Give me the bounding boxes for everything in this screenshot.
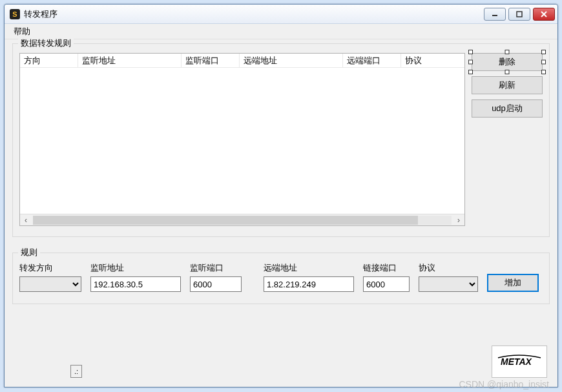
select-protocol[interactable] [419,276,478,292]
input-conn-port[interactable] [363,276,410,292]
delete-button[interactable]: 删除 [472,53,543,71]
field-protocol: 协议 [419,262,478,292]
maximize-button[interactable] [508,8,530,21]
scroll-left-icon[interactable]: ‹ [20,214,32,226]
title-bar: S 转发程序 [5,5,557,24]
label-listen-port: 监听端口 [190,262,242,274]
label-listen-addr: 监听地址 [90,262,181,274]
window-title: 转发程序 [24,8,484,20]
scroll-right-icon[interactable]: › [453,214,464,226]
svg-rect-1 [517,12,522,17]
col-remote-port[interactable]: 远端端口 [343,54,401,67]
col-remote-addr[interactable]: 远端地址 [240,54,343,67]
label-remote-addr: 远端地址 [264,262,354,274]
menu-bar: 帮助 [5,24,557,39]
field-listen-port: 监听端口 [190,262,242,292]
udp-start-button[interactable]: udp启动 [472,99,543,118]
col-listen-port[interactable]: 监听端口 [182,54,240,67]
input-listen-addr[interactable] [90,276,181,292]
app-icon: S [10,9,20,19]
form-group-title: 规则 [18,247,40,258]
input-remote-addr[interactable] [264,276,354,292]
horizontal-scrollbar[interactable]: ‹ › [20,214,464,225]
window-controls [484,8,555,21]
table-body[interactable] [20,68,464,214]
add-button[interactable]: 增加 [487,274,539,292]
field-listen-addr: 监听地址 [90,262,181,292]
field-remote-addr: 远端地址 [264,262,354,292]
col-direction[interactable]: 方向 [20,54,78,67]
metax-logo-icon: METAX [495,354,543,369]
field-direction: 转发方向 [19,262,81,292]
col-protocol[interactable]: 协议 [401,54,464,67]
input-listen-port[interactable] [190,276,242,292]
logo-box: METAX [492,346,547,378]
table-header: 方向 监听地址 监听端口 远端地址 远端端口 协议 [20,54,464,68]
rules-group-title: 数据转发规则 [18,37,74,49]
refresh-button[interactable]: 刷新 [472,76,543,94]
scroll-track[interactable] [33,216,452,225]
bottom-area: .: METAX [12,346,550,378]
form-groupbox: 规则 转发方向 监听地址 监听端口 远端地址 [12,253,550,304]
svg-text:METAX: METAX [501,356,533,367]
content-area: 数据转发规则 方向 监听地址 监听端口 远端地址 远端端口 协议 ‹ › [5,39,557,387]
field-conn-port: 链接端口 [363,262,410,292]
tiny-indicator[interactable]: .: [70,365,82,378]
close-button[interactable] [533,8,555,21]
rules-table: 方向 监听地址 监听端口 远端地址 远端端口 协议 ‹ › [19,53,465,226]
col-listen-addr[interactable]: 监听地址 [78,54,182,67]
side-buttons: 删除 刷新 udp启动 [472,53,543,230]
form-row: 转发方向 监听地址 监听端口 远端地址 链接端口 [19,262,543,292]
minimize-button[interactable] [484,8,506,21]
app-window: S 转发程序 帮助 数据转发规则 方向 监听地址 监听端口 [4,4,558,387]
rules-groupbox: 数据转发规则 方向 监听地址 监听端口 远端地址 远端端口 协议 ‹ › [12,43,550,237]
label-conn-port: 链接端口 [363,262,410,274]
scroll-thumb[interactable] [33,216,418,225]
label-direction: 转发方向 [19,262,81,274]
label-protocol: 协议 [419,262,478,274]
select-direction[interactable] [19,276,81,292]
menu-help[interactable]: 帮助 [10,24,34,39]
